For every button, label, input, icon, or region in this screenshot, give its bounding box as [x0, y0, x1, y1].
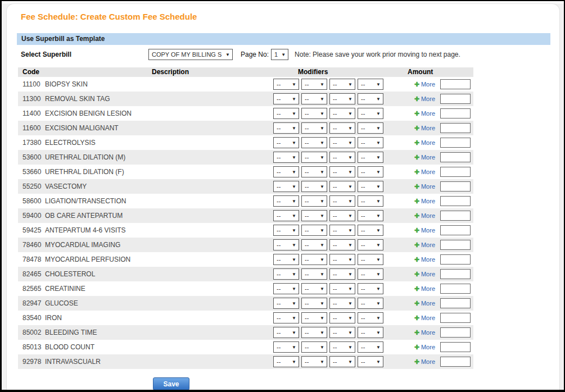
modifier-select-4[interactable]: --▼ — [358, 239, 383, 250]
amount-input[interactable] — [440, 79, 471, 89]
modifier-select-1[interactable]: --▼ — [273, 137, 299, 148]
modifier-select-4[interactable]: --▼ — [358, 122, 383, 134]
modifier-select-4[interactable]: --▼ — [358, 283, 383, 294]
modifier-select-4[interactable]: --▼ — [358, 341, 383, 353]
modifier-select-4[interactable]: --▼ — [358, 225, 383, 236]
modifier-select-3[interactable]: --▼ — [329, 225, 355, 236]
more-link[interactable]: ✚ More — [414, 241, 435, 248]
plus-icon[interactable]: ✚ — [414, 169, 419, 175]
amount-input[interactable] — [440, 313, 471, 323]
modifier-select-3[interactable]: --▼ — [329, 312, 355, 323]
more-link[interactable]: ✚ More — [414, 329, 435, 336]
modifier-select-2[interactable]: --▼ — [301, 108, 327, 119]
plus-icon[interactable]: ✚ — [414, 271, 419, 277]
plus-icon[interactable]: ✚ — [414, 140, 419, 146]
modifier-select-1[interactable]: --▼ — [273, 356, 299, 367]
amount-input[interactable] — [440, 284, 471, 294]
modifier-select-3[interactable]: --▼ — [329, 298, 355, 309]
modifier-select-2[interactable]: --▼ — [301, 137, 327, 148]
modifier-select-1[interactable]: --▼ — [273, 341, 299, 353]
modifier-select-3[interactable]: --▼ — [329, 356, 355, 367]
modifier-select-4[interactable]: --▼ — [358, 79, 383, 90]
modifier-select-4[interactable]: --▼ — [358, 152, 383, 163]
amount-input[interactable] — [440, 254, 471, 265]
more-link[interactable]: ✚ More — [414, 81, 435, 88]
modifier-select-3[interactable]: --▼ — [329, 152, 355, 163]
modifier-select-2[interactable]: --▼ — [301, 195, 327, 207]
more-link[interactable]: ✚ More — [414, 271, 435, 277]
plus-icon[interactable]: ✚ — [414, 286, 419, 292]
more-link[interactable]: ✚ More — [414, 198, 435, 204]
modifier-select-2[interactable]: --▼ — [301, 166, 327, 177]
amount-input[interactable] — [440, 181, 471, 192]
modifier-select-3[interactable]: --▼ — [329, 254, 355, 265]
modifier-select-2[interactable]: --▼ — [301, 239, 327, 250]
amount-input[interactable] — [440, 298, 471, 308]
modifier-select-4[interactable]: --▼ — [358, 137, 383, 148]
modifier-select-1[interactable]: --▼ — [273, 122, 299, 134]
modifier-select-3[interactable]: --▼ — [329, 239, 355, 250]
modifier-select-2[interactable]: --▼ — [301, 268, 327, 280]
modifier-select-3[interactable]: --▼ — [329, 166, 355, 177]
more-link[interactable]: ✚ More — [414, 285, 435, 292]
amount-input[interactable] — [440, 342, 471, 352]
modifier-select-2[interactable]: --▼ — [301, 152, 327, 163]
modifier-select-1[interactable]: --▼ — [273, 152, 299, 163]
modifier-select-1[interactable]: --▼ — [273, 79, 299, 90]
more-link[interactable]: ✚ More — [414, 95, 435, 102]
modifier-select-1[interactable]: --▼ — [273, 225, 299, 236]
amount-input[interactable] — [440, 152, 471, 162]
page-no-select[interactable]: 1 ▼ — [271, 49, 288, 60]
modifier-select-2[interactable]: --▼ — [301, 312, 327, 323]
modifier-select-2[interactable]: --▼ — [301, 283, 327, 294]
plus-icon[interactable]: ✚ — [414, 184, 419, 190]
more-link[interactable]: ✚ More — [414, 110, 435, 117]
more-link[interactable]: ✚ More — [414, 344, 435, 350]
modifier-select-2[interactable]: --▼ — [301, 298, 327, 309]
amount-input[interactable] — [440, 269, 471, 279]
modifier-select-3[interactable]: --▼ — [329, 210, 355, 221]
modifier-select-1[interactable]: --▼ — [273, 239, 299, 250]
modifier-select-1[interactable]: --▼ — [273, 210, 299, 221]
modifier-select-3[interactable]: --▼ — [329, 137, 355, 148]
modifier-select-4[interactable]: --▼ — [358, 108, 383, 119]
modifier-select-4[interactable]: --▼ — [358, 181, 383, 192]
amount-input[interactable] — [440, 196, 471, 206]
modifier-select-3[interactable]: --▼ — [329, 79, 355, 90]
more-link[interactable]: ✚ More — [414, 227, 435, 234]
modifier-select-4[interactable]: --▼ — [358, 254, 383, 265]
modifier-select-1[interactable]: --▼ — [273, 93, 299, 104]
more-link[interactable]: ✚ More — [414, 300, 435, 307]
more-link[interactable]: ✚ More — [414, 256, 435, 263]
modifier-select-2[interactable]: --▼ — [301, 210, 327, 221]
modifier-select-1[interactable]: --▼ — [273, 327, 299, 338]
modifier-select-2[interactable]: --▼ — [301, 93, 327, 104]
plus-icon[interactable]: ✚ — [414, 198, 419, 204]
plus-icon[interactable]: ✚ — [414, 359, 419, 365]
save-button[interactable]: Save — [153, 377, 189, 390]
more-link[interactable]: ✚ More — [414, 139, 435, 146]
modifier-select-1[interactable]: --▼ — [273, 268, 299, 280]
plus-icon[interactable]: ✚ — [414, 242, 419, 248]
modifier-select-2[interactable]: --▼ — [301, 254, 327, 265]
plus-icon[interactable]: ✚ — [414, 257, 419, 263]
plus-icon[interactable]: ✚ — [414, 96, 419, 102]
modifier-select-3[interactable]: --▼ — [329, 268, 355, 280]
amount-input[interactable] — [440, 138, 471, 148]
plus-icon[interactable]: ✚ — [414, 344, 419, 350]
modifier-select-1[interactable]: --▼ — [273, 283, 299, 294]
modifier-select-1[interactable]: --▼ — [273, 195, 299, 207]
amount-input[interactable] — [440, 167, 471, 177]
modifier-select-3[interactable]: --▼ — [329, 283, 355, 294]
modifier-select-4[interactable]: --▼ — [358, 166, 383, 177]
modifier-select-1[interactable]: --▼ — [273, 254, 299, 265]
superbill-select[interactable]: COPY OF MY BILLING S ▼ — [148, 49, 233, 60]
more-link[interactable]: ✚ More — [414, 154, 435, 161]
modifier-select-3[interactable]: --▼ — [329, 108, 355, 119]
modifier-select-4[interactable]: --▼ — [358, 327, 383, 338]
plus-icon[interactable]: ✚ — [414, 330, 419, 336]
modifier-select-4[interactable]: --▼ — [358, 210, 383, 221]
amount-input[interactable] — [440, 123, 471, 133]
plus-icon[interactable]: ✚ — [414, 315, 419, 321]
modifier-select-1[interactable]: --▼ — [273, 166, 299, 177]
